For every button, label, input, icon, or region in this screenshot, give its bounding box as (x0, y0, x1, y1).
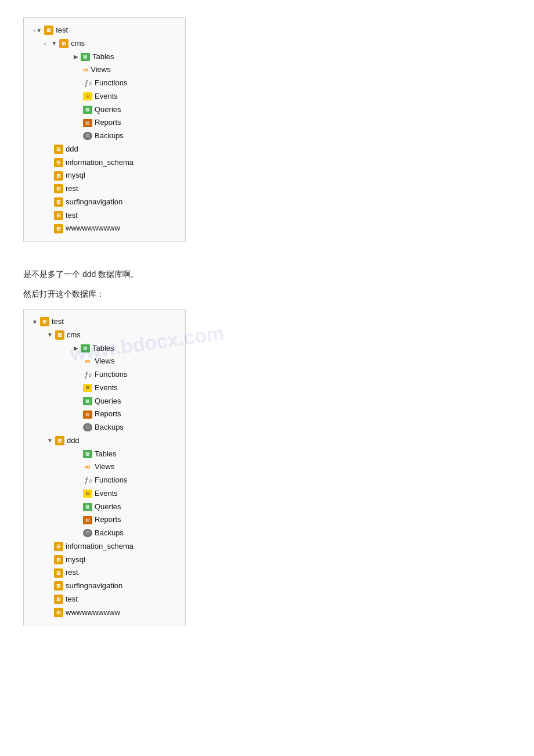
node-label: Events (95, 90, 118, 103)
section-tree1: ◂ ▼ ⊞ test ◂ ▼ ⊞ cms ▶ ▦ (23, 17, 511, 252)
tree-row[interactable]: ⊞ surfingnavigation (32, 579, 177, 593)
tree-row[interactable]: ▦ Tables (32, 448, 177, 461)
node-label: surfingnavigation (66, 579, 122, 593)
paragraph-1: 是不是多了一个 ddd 数据库啊。 (23, 269, 511, 280)
node-label: Functions (95, 368, 127, 381)
tree-row[interactable]: ƒ₀ Functions (32, 474, 177, 487)
table-icon: ▦ (83, 450, 92, 458)
expand-arrow[interactable]: ▼ (47, 435, 53, 446)
tree-row[interactable]: ⊙ Backups (32, 527, 177, 540)
node-label: Reports (95, 408, 121, 421)
table-icon: ▦ (81, 344, 90, 352)
tree-row[interactable]: ⊙ Backups (32, 129, 177, 143)
tree-row[interactable]: ▤ Reports (32, 513, 177, 527)
node-label: Views (95, 355, 114, 368)
database-tree-1: ◂ ▼ ⊞ test ◂ ▼ ⊞ cms ▶ ▦ (23, 17, 186, 242)
expand-arrow[interactable]: ▼ (36, 26, 42, 36)
node-label: information_schema (66, 540, 134, 553)
tree-row[interactable]: ⊟ Events (32, 381, 177, 395)
node-label: mysql (66, 169, 85, 182)
functions-icon: ƒ₀ (83, 368, 92, 381)
expand-arrow[interactable]: ▼ (32, 317, 38, 327)
node-label: Reports (95, 513, 121, 527)
expand-arrow[interactable]: ▶ (74, 52, 78, 62)
node-label: cms (71, 37, 85, 51)
db-icon: ⊞ (54, 555, 63, 564)
db-icon: ⊞ (54, 595, 63, 604)
node-label: wwwwwwwwww (66, 606, 120, 620)
tree-row[interactable]: ⊞ rest (32, 182, 177, 196)
tree-row[interactable]: ▦ Queries (32, 103, 177, 117)
tree-row[interactable]: ⊞ test (32, 593, 177, 606)
views-icon: ∞ (83, 63, 88, 77)
tree-row[interactable]: ⊞ wwwwwwwwww (32, 222, 177, 235)
reports-icon: ▤ (83, 411, 92, 419)
tree-row[interactable]: ▦ Queries (32, 395, 177, 408)
arrow-icon: ◂ (32, 24, 36, 37)
tree-row[interactable]: ⊞ information_schema (32, 156, 177, 170)
db-icon: ⊞ (55, 330, 64, 340)
node-label: Queries (95, 395, 121, 408)
node-label: test (56, 24, 68, 37)
tree-row[interactable]: ◂ ▼ ⊞ test (32, 24, 177, 37)
tree-row[interactable]: ∞ Views (32, 460, 177, 474)
backups-icon: ⊙ (83, 132, 92, 140)
tree-row[interactable]: ⊞ ddd (32, 143, 177, 156)
node-label: information_schema (66, 156, 134, 170)
tree-row[interactable]: ∞ Views (32, 63, 177, 77)
db-icon: ⊞ (54, 224, 63, 233)
expand-arrow[interactable]: ▼ (47, 330, 53, 340)
tree-row[interactable]: ◂ ▼ ⊞ cms (32, 37, 177, 51)
backups-icon: ⊙ (83, 529, 92, 537)
node-label: ddd (67, 434, 80, 448)
tree-row[interactable]: ▤ Reports (32, 116, 177, 129)
node-label: surfingnavigation (66, 196, 122, 209)
node-label: rest (66, 182, 78, 196)
tree-row[interactable]: ▦ Queries (32, 501, 177, 514)
db-icon: ⊞ (54, 211, 63, 220)
db-icon: ⊞ (54, 542, 63, 551)
db-icon: ⊞ (54, 581, 63, 591)
node-label: cms (67, 329, 81, 342)
db-icon: ⊞ (54, 158, 63, 167)
node-label: test (52, 315, 64, 329)
tree-row[interactable]: ƒ₀ Functions (32, 368, 177, 381)
tree-row[interactable]: ⊞ mysql (32, 553, 177, 567)
tree-row[interactable]: ⊙ Backups (32, 421, 177, 434)
tree-row[interactable]: ▶ ▦ Tables (32, 342, 177, 355)
expand-arrow[interactable]: ▼ (51, 38, 57, 49)
tree-row[interactable]: ⊞ mysql (32, 169, 177, 182)
node-label: Backups (95, 421, 124, 434)
tree-row[interactable]: ⊞ test (32, 209, 177, 222)
node-label: Events (95, 487, 118, 501)
tree-row[interactable]: ⊞ wwwwwwwwww (32, 606, 177, 620)
events-icon: ⊟ (83, 92, 92, 100)
tree-row[interactable]: ⊟ Events (32, 90, 177, 103)
node-label: Views (95, 460, 114, 474)
node-label: ddd (66, 143, 78, 156)
db-icon: ⊞ (54, 608, 63, 617)
tree-row[interactable]: ▼ ⊞ ddd (32, 434, 177, 448)
tree-row[interactable]: ƒ₀ Functions (32, 77, 177, 90)
node-label: mysql (66, 553, 85, 567)
expand-arrow[interactable]: ▶ (74, 343, 78, 354)
tree-row[interactable]: ⊞ information_schema (32, 540, 177, 553)
node-label: wwwwwwwwww (66, 222, 120, 235)
tree-row[interactable]: ▼ ⊞ cms (32, 329, 177, 342)
tree-row[interactable]: ⊞ rest (32, 566, 177, 579)
tree-row[interactable]: ▼ ⊞ test (32, 315, 177, 329)
server-icon: ⊞ (40, 317, 49, 326)
node-label: Tables (92, 51, 114, 64)
tree-row[interactable]: ▶ ▦ Tables (32, 51, 177, 64)
tree-row[interactable]: ⊟ Events (32, 487, 177, 501)
node-label: Backups (95, 129, 124, 143)
tree-row[interactable]: ▤ Reports (32, 408, 177, 421)
tree-row[interactable]: ⊞ surfingnavigation (32, 196, 177, 209)
db-icon: ⊞ (54, 145, 63, 154)
tree-row[interactable]: ∞ Views (32, 355, 177, 368)
reports-icon: ▤ (83, 119, 92, 127)
node-label: test (66, 593, 78, 606)
views-icon: ∞ (83, 355, 92, 368)
paragraph-2: 然后打开这个数据库： (23, 289, 511, 300)
functions-icon: ƒ₀ (83, 77, 92, 90)
